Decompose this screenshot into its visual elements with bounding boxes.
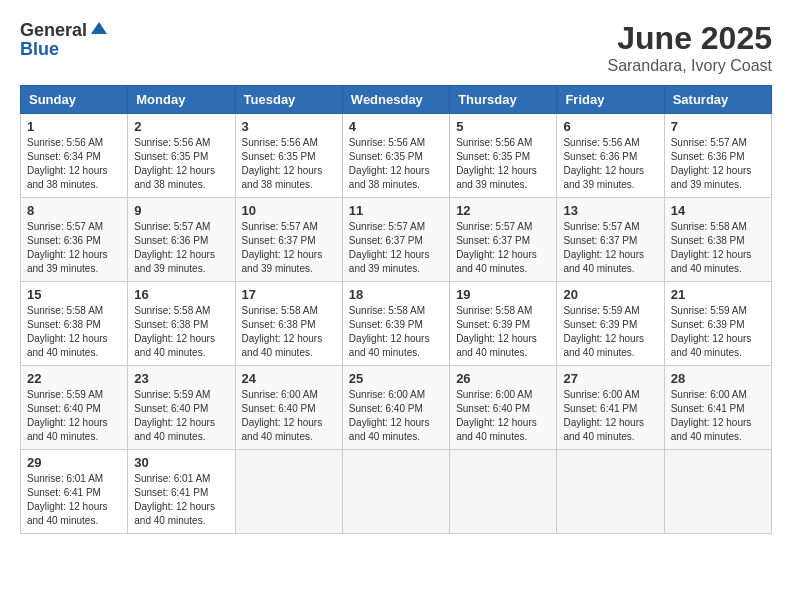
calendar-day-cell: 13Sunrise: 5:57 AM Sunset: 6:37 PM Dayli… [557,198,664,282]
calendar-week-row: 22Sunrise: 5:59 AM Sunset: 6:40 PM Dayli… [21,366,772,450]
day-info: Sunrise: 6:01 AM Sunset: 6:41 PM Dayligh… [134,472,228,528]
day-info: Sunrise: 5:56 AM Sunset: 6:35 PM Dayligh… [134,136,228,192]
day-number: 11 [349,203,443,218]
calendar-subtitle: Sarandara, Ivory Coast [607,57,772,75]
title-section: June 2025 Sarandara, Ivory Coast [607,20,772,75]
calendar-day-cell: 8Sunrise: 5:57 AM Sunset: 6:36 PM Daylig… [21,198,128,282]
page-header: General Blue June 2025 Sarandara, Ivory … [20,20,772,75]
calendar-day-header: Monday [128,86,235,114]
day-number: 8 [27,203,121,218]
calendar-day-cell: 26Sunrise: 6:00 AM Sunset: 6:40 PM Dayli… [450,366,557,450]
day-info: Sunrise: 5:59 AM Sunset: 6:40 PM Dayligh… [27,388,121,444]
day-info: Sunrise: 5:58 AM Sunset: 6:38 PM Dayligh… [134,304,228,360]
day-info: Sunrise: 5:59 AM Sunset: 6:39 PM Dayligh… [563,304,657,360]
calendar-day-header: Thursday [450,86,557,114]
day-number: 25 [349,371,443,386]
calendar-day-header: Wednesday [342,86,449,114]
svg-marker-0 [91,22,107,34]
day-info: Sunrise: 5:58 AM Sunset: 6:38 PM Dayligh… [242,304,336,360]
calendar-day-cell: 18Sunrise: 5:58 AM Sunset: 6:39 PM Dayli… [342,282,449,366]
calendar-day-cell: 2Sunrise: 5:56 AM Sunset: 6:35 PM Daylig… [128,114,235,198]
calendar-week-row: 15Sunrise: 5:58 AM Sunset: 6:38 PM Dayli… [21,282,772,366]
day-info: Sunrise: 5:58 AM Sunset: 6:39 PM Dayligh… [349,304,443,360]
calendar-week-row: 1Sunrise: 5:56 AM Sunset: 6:34 PM Daylig… [21,114,772,198]
day-info: Sunrise: 5:59 AM Sunset: 6:39 PM Dayligh… [671,304,765,360]
day-info: Sunrise: 5:57 AM Sunset: 6:37 PM Dayligh… [349,220,443,276]
calendar-table: SundayMondayTuesdayWednesdayThursdayFrid… [20,85,772,534]
calendar-week-row: 29Sunrise: 6:01 AM Sunset: 6:41 PM Dayli… [21,450,772,534]
day-info: Sunrise: 5:57 AM Sunset: 6:37 PM Dayligh… [242,220,336,276]
calendar-day-cell: 30Sunrise: 6:01 AM Sunset: 6:41 PM Dayli… [128,450,235,534]
day-info: Sunrise: 5:58 AM Sunset: 6:38 PM Dayligh… [27,304,121,360]
calendar-day-cell: 14Sunrise: 5:58 AM Sunset: 6:38 PM Dayli… [664,198,771,282]
day-info: Sunrise: 5:56 AM Sunset: 6:34 PM Dayligh… [27,136,121,192]
day-number: 14 [671,203,765,218]
logo: General Blue [20,20,109,58]
day-number: 4 [349,119,443,134]
calendar-day-cell [450,450,557,534]
calendar-day-cell: 11Sunrise: 5:57 AM Sunset: 6:37 PM Dayli… [342,198,449,282]
day-number: 9 [134,203,228,218]
calendar-day-cell: 28Sunrise: 6:00 AM Sunset: 6:41 PM Dayli… [664,366,771,450]
calendar-day-cell: 7Sunrise: 5:57 AM Sunset: 6:36 PM Daylig… [664,114,771,198]
calendar-day-cell: 23Sunrise: 5:59 AM Sunset: 6:40 PM Dayli… [128,366,235,450]
day-info: Sunrise: 6:01 AM Sunset: 6:41 PM Dayligh… [27,472,121,528]
day-number: 23 [134,371,228,386]
calendar-day-cell: 19Sunrise: 5:58 AM Sunset: 6:39 PM Dayli… [450,282,557,366]
day-info: Sunrise: 6:00 AM Sunset: 6:41 PM Dayligh… [563,388,657,444]
day-info: Sunrise: 5:56 AM Sunset: 6:35 PM Dayligh… [456,136,550,192]
calendar-day-cell: 9Sunrise: 5:57 AM Sunset: 6:36 PM Daylig… [128,198,235,282]
day-number: 13 [563,203,657,218]
day-info: Sunrise: 6:00 AM Sunset: 6:40 PM Dayligh… [456,388,550,444]
logo-icon [89,20,109,40]
day-info: Sunrise: 5:57 AM Sunset: 6:37 PM Dayligh… [563,220,657,276]
calendar-title: June 2025 [607,20,772,57]
day-number: 10 [242,203,336,218]
calendar-day-cell: 5Sunrise: 5:56 AM Sunset: 6:35 PM Daylig… [450,114,557,198]
calendar-day-cell: 29Sunrise: 6:01 AM Sunset: 6:41 PM Dayli… [21,450,128,534]
day-info: Sunrise: 5:58 AM Sunset: 6:39 PM Dayligh… [456,304,550,360]
calendar-day-cell: 12Sunrise: 5:57 AM Sunset: 6:37 PM Dayli… [450,198,557,282]
day-number: 26 [456,371,550,386]
calendar-day-cell: 10Sunrise: 5:57 AM Sunset: 6:37 PM Dayli… [235,198,342,282]
day-number: 24 [242,371,336,386]
calendar-day-cell: 17Sunrise: 5:58 AM Sunset: 6:38 PM Dayli… [235,282,342,366]
day-number: 27 [563,371,657,386]
day-number: 6 [563,119,657,134]
day-info: Sunrise: 5:56 AM Sunset: 6:35 PM Dayligh… [349,136,443,192]
day-number: 15 [27,287,121,302]
calendar-day-cell [557,450,664,534]
calendar-day-cell: 25Sunrise: 6:00 AM Sunset: 6:40 PM Dayli… [342,366,449,450]
calendar-day-cell: 15Sunrise: 5:58 AM Sunset: 6:38 PM Dayli… [21,282,128,366]
calendar-day-cell: 6Sunrise: 5:56 AM Sunset: 6:36 PM Daylig… [557,114,664,198]
calendar-day-cell [235,450,342,534]
day-number: 12 [456,203,550,218]
day-number: 16 [134,287,228,302]
day-number: 7 [671,119,765,134]
calendar-day-cell: 22Sunrise: 5:59 AM Sunset: 6:40 PM Dayli… [21,366,128,450]
day-info: Sunrise: 5:56 AM Sunset: 6:36 PM Dayligh… [563,136,657,192]
calendar-header-row: SundayMondayTuesdayWednesdayThursdayFrid… [21,86,772,114]
day-number: 1 [27,119,121,134]
calendar-day-cell: 20Sunrise: 5:59 AM Sunset: 6:39 PM Dayli… [557,282,664,366]
calendar-day-cell: 1Sunrise: 5:56 AM Sunset: 6:34 PM Daylig… [21,114,128,198]
day-info: Sunrise: 5:57 AM Sunset: 6:36 PM Dayligh… [671,136,765,192]
day-info: Sunrise: 6:00 AM Sunset: 6:40 PM Dayligh… [242,388,336,444]
day-info: Sunrise: 5:57 AM Sunset: 6:36 PM Dayligh… [134,220,228,276]
day-number: 3 [242,119,336,134]
day-number: 29 [27,455,121,470]
day-info: Sunrise: 5:56 AM Sunset: 6:35 PM Dayligh… [242,136,336,192]
day-number: 22 [27,371,121,386]
day-number: 19 [456,287,550,302]
calendar-day-header: Sunday [21,86,128,114]
day-number: 18 [349,287,443,302]
calendar-day-cell: 21Sunrise: 5:59 AM Sunset: 6:39 PM Dayli… [664,282,771,366]
day-number: 28 [671,371,765,386]
day-number: 2 [134,119,228,134]
day-info: Sunrise: 5:57 AM Sunset: 6:36 PM Dayligh… [27,220,121,276]
logo-blue-text: Blue [20,40,59,58]
day-info: Sunrise: 5:57 AM Sunset: 6:37 PM Dayligh… [456,220,550,276]
calendar-day-cell [664,450,771,534]
day-number: 20 [563,287,657,302]
calendar-day-cell: 16Sunrise: 5:58 AM Sunset: 6:38 PM Dayli… [128,282,235,366]
